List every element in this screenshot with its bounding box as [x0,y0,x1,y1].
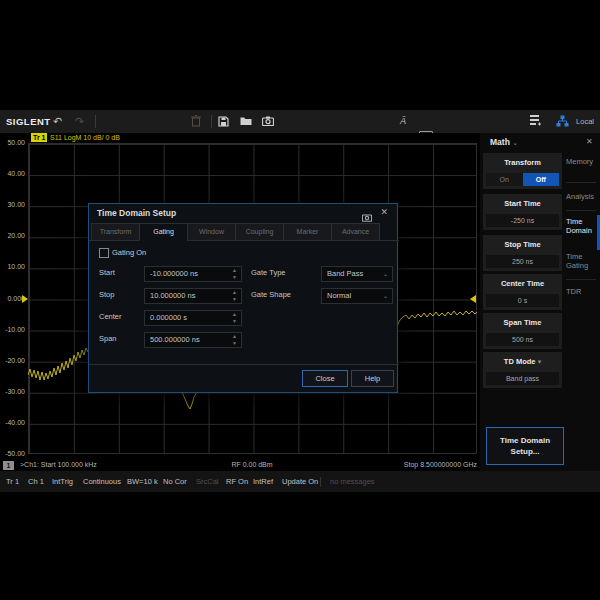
save-icon[interactable] [218,113,229,129]
transform-off-button[interactable]: Off [523,173,560,186]
spinner-icon[interactable]: ▲▼ [230,311,239,325]
transform-toggle: On Off [486,173,559,186]
start-time-title: Start Time [483,194,562,208]
stop-time-control[interactable]: Stop Time 250 ns [483,235,562,271]
local-remote-label[interactable]: Local [576,117,594,126]
rail-separator [566,210,596,211]
stop-time-value[interactable]: 250 ns [486,255,559,268]
status-update[interactable]: Update On [282,471,318,492]
y-axis-label: 50.00 [0,139,25,146]
status-trace[interactable]: Tr 1 [6,471,19,492]
status-correction[interactable]: No Cor [163,471,187,492]
center-field-input[interactable]: 0.000000 s ▲▼ [144,310,242,326]
tab-coupling[interactable]: Coupling [235,223,283,241]
help-button[interactable]: Help [351,370,394,387]
close-button[interactable]: Close [302,370,348,387]
dialog-tabs: Transform Gating Window Coupling Marker … [91,223,387,241]
screenshot-camera-icon[interactable] [262,113,274,129]
span-time-value[interactable]: 500 ns [486,333,559,346]
rail-item-time-gating[interactable]: Time Gating [566,252,598,270]
start-time-value[interactable]: -250 ns [486,214,559,227]
start-field-label: Start [99,268,115,277]
lan-network-icon[interactable] [556,113,569,129]
chevron-down-icon: ⌄ [512,139,518,146]
sidebar-close-icon[interactable]: ✕ [586,137,593,146]
dialog-footer-divider [89,364,399,365]
start-frequency-label: >Ch1: Start 100.000 kHz [20,461,97,468]
toolbar-separator [211,115,212,128]
chevron-down-icon: ⌄ [383,267,388,281]
trace-format-label[interactable]: S11 LogM 10 dB/ 0 dB [50,134,120,141]
rail-separator [566,279,596,280]
start-time-control[interactable]: Start Time -250 ns [483,194,562,230]
status-rf[interactable]: RF On [226,471,248,492]
center-time-control[interactable]: Center Time 0 s [483,274,562,310]
tab-window[interactable]: Window [187,223,235,241]
stop-time-title: Stop Time [483,235,562,249]
gate-shape-label: Gate Shape [251,290,291,299]
status-sweep[interactable]: Continuous [83,471,121,492]
status-channel[interactable]: Ch 1 [28,471,44,492]
time-domain-setup-dialog: Time Domain Setup ✕ Transform Gating Win… [88,203,398,393]
center-time-value[interactable]: 0 s [486,294,559,307]
status-srccal: SrcCal [196,471,219,492]
rail-separator [566,182,596,183]
td-mode-control[interactable]: TD Mode ▾ Band pass [483,352,562,388]
status-bar: Tr 1 Ch 1 IntTrig Continuous BW=10 k No … [0,471,600,492]
reference-level-marker-right-icon [470,295,476,303]
rail-item-tdr[interactable]: TDR [566,287,598,296]
tab-advance[interactable]: Advance [331,223,380,241]
spinner-icon[interactable]: ▲▼ [230,333,239,347]
start-field-input[interactable]: -10.000000 ns ▲▼ [144,266,242,282]
undo-icon[interactable]: ↶ [53,113,62,129]
status-trigger[interactable]: IntTrig [52,471,73,492]
toolbar-separator [95,115,96,128]
status-bandwidth[interactable]: BW=10 k [127,471,158,492]
spinner-icon[interactable]: ▲▼ [230,289,239,303]
gating-on-label: Gating On [112,248,146,257]
open-folder-icon[interactable] [240,113,252,129]
recall-setup-icon[interactable] [530,113,544,129]
center-field-label: Center [99,312,122,321]
status-reference[interactable]: IntRef [253,471,273,492]
tab-marker[interactable]: Marker [283,223,331,241]
time-domain-setup-button[interactable]: Time Domain Setup... [486,427,564,465]
sidebar-menu-title[interactable]: Math ⌄ [490,137,518,147]
y-axis-label: 40.00 [0,170,25,177]
y-axis-label: 30.00 [0,201,25,208]
y-axis-label: -30.00 [0,388,25,395]
y-axis-label: 10.00 [0,263,25,270]
td-mode-title: TD Mode ▾ [483,352,562,366]
tab-gating[interactable]: Gating [139,223,187,241]
gating-on-checkbox[interactable] [99,248,109,258]
tab-transform[interactable]: Transform [91,223,139,241]
status-message: no messages [330,471,375,492]
td-mode-value[interactable]: Band pass [486,372,559,385]
spinner-icon[interactable]: ▲▼ [230,267,239,281]
y-axis-label: -50.00 [0,450,25,457]
gate-type-select[interactable]: Band Pass ⌄ [321,266,393,282]
gate-type-label: Gate Type [251,268,285,277]
span-time-control[interactable]: Span Time 500 ns [483,313,562,349]
transform-toggle-group: Transform On Off [483,153,562,189]
stop-field-input[interactable]: 10.000000 ns ▲▼ [144,288,242,304]
trace-badge[interactable]: Tr 1 [31,133,47,142]
reference-level-marker-left-icon [22,295,28,303]
stop-field-label: Stop [99,290,114,299]
chevron-down-icon: ⌄ [383,289,388,303]
channel-badge[interactable]: 1 [3,461,14,470]
math-function-add-icon[interactable]: Ã+ [103,113,600,129]
stop-frequency-label: Stop 8.500000000 GHz [360,461,477,468]
dialog-close-icon[interactable]: ✕ [380,207,388,217]
span-field-input[interactable]: 500.000000 ns ▲▼ [144,332,242,348]
rail-item-time-domain[interactable]: Time Domain [566,217,598,235]
span-time-title: Span Time [483,313,562,327]
rail-item-analysis[interactable]: Analysis [566,192,598,201]
redo-icon[interactable]: ↷ [75,113,84,129]
rail-item-memory[interactable]: Memory [566,157,598,166]
center-time-title: Center Time [483,274,562,288]
siglent-logo: SIGLENT [6,116,51,127]
transform-on-button[interactable]: On [486,173,523,186]
delete-trash-icon[interactable] [191,113,201,129]
gate-shape-select[interactable]: Normal ⌄ [321,288,393,304]
